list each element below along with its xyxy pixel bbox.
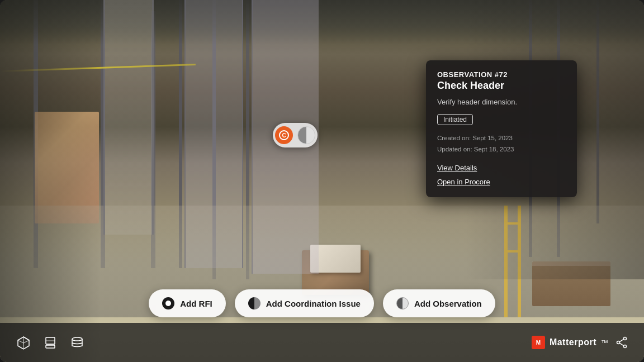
add-coordination-button[interactable]: Add Coordination Issue xyxy=(235,289,374,317)
add-rfi-button[interactable]: Add RFI xyxy=(149,289,226,317)
add-observation-button[interactable]: Add Observation xyxy=(383,289,495,317)
wall-panel xyxy=(103,0,154,235)
toolbar-right: M Matterport ™ xyxy=(532,336,628,349)
matterport-brand: M Matterport ™ xyxy=(532,336,608,349)
matterport-icon: M xyxy=(532,336,545,349)
toolbar-left-icons xyxy=(16,335,85,350)
updated-date: Updated on: Sept 18, 2023 xyxy=(437,144,566,155)
open-in-procore-link[interactable]: Open in Procore xyxy=(437,178,566,186)
rfi-button-icon xyxy=(162,297,174,309)
observation-meta: Created on: Sept 15, 2023 Updated on: Se… xyxy=(437,133,566,155)
matterport-text: Matterport xyxy=(550,337,596,347)
layers-icon[interactable] xyxy=(42,335,58,350)
svg-line-17 xyxy=(619,343,624,346)
svg-line-16 xyxy=(619,339,624,342)
svg-point-15 xyxy=(624,345,627,348)
svg-text:C: C xyxy=(282,132,286,139)
app-container: C OBSERVATION #72 Check Header Verify he… xyxy=(0,0,644,362)
share-icon[interactable] xyxy=(615,336,628,349)
observation-description: Verify header dimension. xyxy=(437,97,566,107)
add-coordination-label: Add Coordination Issue xyxy=(266,299,361,308)
svg-point-13 xyxy=(624,337,627,340)
stack-icon[interactable] xyxy=(69,335,85,350)
observation-card: OBSERVATION #72 Check Header Verify head… xyxy=(426,60,577,197)
svg-point-10 xyxy=(72,337,82,341)
trademark-symbol: ™ xyxy=(601,339,608,346)
marker-group[interactable]: C xyxy=(273,123,318,147)
observation-button-icon xyxy=(396,297,409,309)
coordination-button-icon xyxy=(248,297,261,309)
observation-title: Check Header xyxy=(437,80,566,92)
coordination-marker-icon[interactable]: C xyxy=(275,126,293,144)
svg-point-14 xyxy=(617,341,620,344)
svg-line-4 xyxy=(18,340,23,343)
observation-number: OBSERVATION #72 xyxy=(437,70,566,79)
action-buttons-bar: Add RFI Add Coordination Issue Add Obser… xyxy=(0,289,644,317)
add-observation-label: Add Observation xyxy=(414,299,482,308)
view-details-link[interactable]: View Details xyxy=(437,164,566,172)
cube-icon[interactable] xyxy=(16,335,31,350)
observation-marker-icon[interactable] xyxy=(297,126,315,144)
status-badge: Initiated xyxy=(437,114,473,125)
bottom-toolbar: M Matterport ™ xyxy=(0,323,644,362)
created-date: Created on: Sept 15, 2023 xyxy=(437,133,566,144)
svg-text:M: M xyxy=(536,340,541,346)
rfi-dot xyxy=(165,301,171,306)
svg-rect-7 xyxy=(46,345,55,348)
add-rfi-label: Add RFI xyxy=(180,299,212,308)
wall-panel xyxy=(184,0,243,268)
